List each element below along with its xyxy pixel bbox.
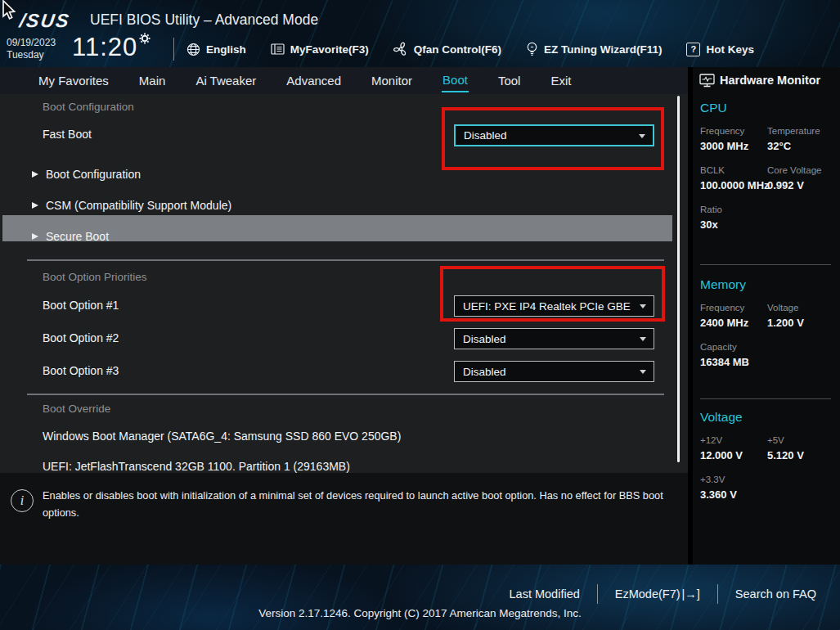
stat-cpu-core-voltage: Core Voltage 0.992 V	[767, 165, 836, 191]
chevron-down-icon	[640, 337, 646, 341]
boot-option-2-value: Disabled	[463, 333, 506, 345]
chevron-down-icon	[639, 134, 645, 138]
section-boot-configuration: Boot Configuration	[43, 101, 134, 113]
hot-keys-button[interactable]: ? Hot Keys	[686, 43, 754, 56]
language-button[interactable]: English	[186, 43, 246, 56]
tab-advanced[interactable]: Advanced	[285, 70, 342, 92]
tab-exit[interactable]: Exit	[550, 70, 572, 92]
hot-keys-label: Hot Keys	[706, 43, 754, 56]
fast-boot-label: Fast Boot	[43, 128, 92, 141]
ez-tuning-label: EZ Tuning Wizard(F11)	[544, 43, 662, 56]
section-boot-override: Boot Override	[43, 403, 110, 415]
arrow-right-icon	[32, 171, 38, 178]
language-label: English	[206, 43, 246, 56]
chevron-down-icon	[640, 370, 646, 374]
tab-monitor[interactable]: Monitor	[371, 70, 413, 92]
header: /SUS UEFI BIOS Utility – Advanced Mode 0…	[0, 0, 840, 67]
arrow-right-icon	[32, 202, 38, 209]
help-bar: i Enables or disables boot with initiali…	[0, 473, 688, 565]
search-on-faq-button[interactable]: Search on FAQ	[718, 587, 833, 601]
asus-logo: /SUS	[18, 10, 71, 32]
header-divider	[173, 38, 174, 61]
cpu-stats: Frequency 3000 MHz Temperature 32°C BCLK…	[700, 126, 836, 231]
voltage-stats: +12V 12.000 V +5V 5.120 V +3.3V 3.360 V	[700, 435, 836, 501]
tab-boot[interactable]: Boot	[442, 70, 469, 92]
submenu-label: CSM (Compatibility Support Module)	[46, 199, 231, 212]
arrow-right-icon	[32, 233, 38, 240]
myfavorite-icon	[271, 43, 285, 56]
boot-override-uefi-usb[interactable]: UEFI: JetFlashTranscend 32GB 1100. Parti…	[43, 460, 350, 473]
tab-tool[interactable]: Tool	[497, 70, 522, 92]
date-value: 09/19/2023	[7, 37, 56, 49]
footer: Last Modified EzMode(F7) |→] Search on F…	[0, 565, 840, 630]
myfavorite-button[interactable]: MyFavorite(F3)	[271, 43, 369, 56]
submenu-csm[interactable]: CSM (Compatibility Support Module)	[32, 199, 231, 212]
group-cpu: CPU	[700, 101, 727, 115]
footer-links: Last Modified EzMode(F7) |→] Search on F…	[492, 584, 833, 604]
qfan-label: Qfan Control(F6)	[414, 43, 501, 56]
stat-cpu-frequency: Frequency 3000 MHz	[700, 126, 767, 152]
submenu-secure-boot[interactable]: Secure Boot	[32, 230, 109, 243]
stat-cpu-temperature: Temperature 32°C	[767, 126, 836, 152]
fast-boot-dropdown[interactable]: Disabled	[454, 124, 654, 146]
monitor-icon	[699, 73, 715, 88]
boot-option-1-label: Boot Option #1	[43, 299, 119, 312]
help-text: Enables or disables boot with initializa…	[43, 487, 674, 521]
group-memory: Memory	[700, 277, 746, 292]
section-divider	[27, 394, 664, 395]
boot-option-2-label: Boot Option #2	[43, 331, 119, 344]
ezmode-button[interactable]: EzMode(F7) |→]	[598, 587, 717, 601]
stat-cpu-ratio: Ratio 30x	[700, 205, 767, 231]
tab-main[interactable]: Main	[138, 70, 167, 92]
boot-option-3-dropdown[interactable]: Disabled	[454, 361, 654, 382]
fast-boot-value: Disabled	[464, 129, 507, 142]
qfan-control-button[interactable]: Qfan Control(F6)	[393, 42, 501, 56]
hardware-monitor-header: Hardware Monitor	[699, 73, 820, 88]
day-value: Tuesday	[7, 49, 56, 61]
date-display: 09/19/2023 Tuesday	[7, 37, 56, 61]
version-text: Version 2.17.1246. Copyright (C) 2017 Am…	[0, 607, 840, 619]
hardware-monitor-panel: Hardware Monitor CPU Frequency 3000 MHz …	[693, 67, 840, 565]
ez-tuning-icon	[526, 42, 538, 56]
stat-12v: +12V 12.000 V	[700, 435, 767, 461]
section-boot-option-priorities: Boot Option Priorities	[43, 271, 147, 283]
time-settings-gear-icon[interactable]	[139, 33, 150, 44]
header-menu: English MyFavorite(F3)	[186, 36, 754, 62]
ezmode-exit-icon: |→]	[682, 587, 700, 601]
ezmode-label: EzMode(F7)	[615, 587, 681, 601]
time-display: 11:20	[72, 33, 137, 62]
submenu-boot-configuration[interactable]: Boot Configuration	[32, 168, 141, 181]
stat-memory-voltage: Voltage 1.200 V	[767, 303, 836, 329]
page-title: UEFI BIOS Utility – Advanced Mode	[90, 11, 318, 29]
uefi-bios-screen: /SUS UEFI BIOS Utility – Advanced Mode 0…	[0, 0, 840, 630]
sidebar-divider	[700, 398, 831, 399]
last-modified-button[interactable]: Last Modified	[492, 587, 597, 601]
memory-stats: Frequency 2400 MHz Voltage 1.200 V Capac…	[700, 303, 836, 368]
hardware-monitor-title: Hardware Monitor	[720, 74, 820, 87]
globe-icon	[186, 43, 200, 56]
submenu-label: Secure Boot	[46, 230, 109, 243]
boot-option-1-value: UEFI: PXE IP4 Realtek PCIe GBE	[463, 300, 631, 313]
tab-ai-tweaker[interactable]: Ai Tweaker	[195, 70, 257, 92]
chevron-down-icon	[640, 304, 646, 308]
submenu-label: Boot Configuration	[46, 168, 141, 181]
boot-option-2-dropdown[interactable]: Disabled	[454, 328, 654, 349]
boot-option-1-dropdown[interactable]: UEFI: PXE IP4 Realtek PCIe GBE	[454, 295, 654, 317]
main-menu-bar: My Favorites Main Ai Tweaker Advanced Mo…	[0, 67, 688, 94]
boot-override-windows[interactable]: Windows Boot Manager (SATA6G_4: Samsung …	[43, 430, 401, 443]
section-divider	[27, 259, 664, 261]
sidebar-divider	[700, 264, 831, 265]
stat-5v: +5V 5.120 V	[767, 435, 836, 461]
stat-cpu-bclk: BCLK 100.0000 MHz	[700, 165, 767, 191]
ez-tuning-wizard-button[interactable]: EZ Tuning Wizard(F11)	[526, 42, 662, 56]
boot-option-3-label: Boot Option #3	[43, 364, 119, 377]
group-voltage: Voltage	[700, 410, 743, 425]
hotkeys-icon: ?	[686, 43, 700, 56]
tab-my-favorites[interactable]: My Favorites	[38, 70, 110, 92]
boot-settings-panel: Boot Configuration Fast Boot Disabled Bo…	[0, 94, 688, 473]
stat-memory-frequency: Frequency 2400 MHz	[700, 303, 767, 329]
myfavorite-label: MyFavorite(F3)	[290, 43, 369, 56]
scrollbar-thumb[interactable]	[677, 96, 680, 462]
boot-option-3-value: Disabled	[463, 366, 506, 378]
qfan-icon	[393, 42, 408, 56]
